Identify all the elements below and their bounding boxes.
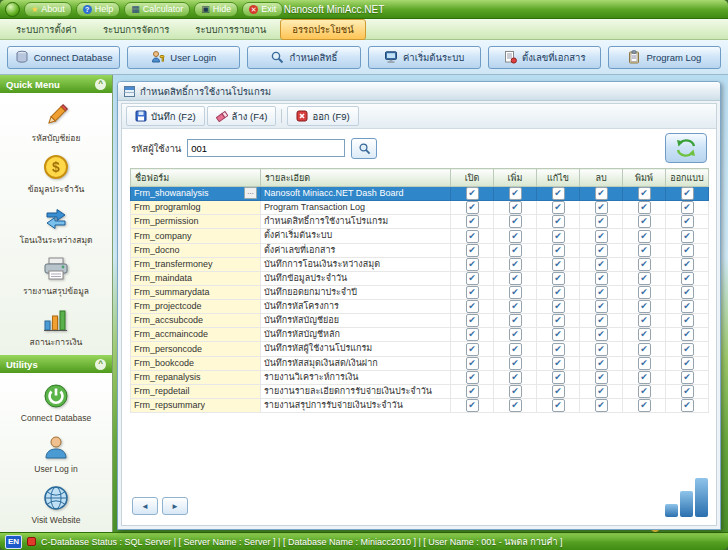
checkbox-ลบ[interactable]: ✔ bbox=[595, 244, 608, 257]
checkbox-พิมพ์[interactable]: ✔ bbox=[638, 215, 651, 228]
table-row[interactable]: Frm_bookcodeบันทึกรหัสสมุดเงินสด/เงินฝาก… bbox=[131, 356, 709, 370]
checkbox-ออกแบบ[interactable]: ✔ bbox=[681, 244, 694, 257]
table-row[interactable]: Frm_repanalysisรายงานวิเคราะห์การเงิน✔✔✔… bbox=[131, 370, 709, 384]
table-row[interactable]: Frm_summarydataบันทึกยอดยกมาประจำปี✔✔✔✔✔… bbox=[131, 285, 709, 299]
checkbox-แก้ไข[interactable]: ✔ bbox=[552, 215, 565, 228]
language-badge[interactable]: EN bbox=[5, 535, 22, 549]
toolbar-button-connect-database[interactable]: Connect Database bbox=[7, 46, 120, 69]
checkbox-ลบ[interactable]: ✔ bbox=[595, 201, 608, 214]
table-row[interactable]: Frm_permissionกำหนดสิทธิ์การใช้งานโปรแกร… bbox=[131, 215, 709, 229]
checkbox-เพิ่ม[interactable]: ✔ bbox=[509, 258, 522, 271]
menu-tab-ระบบการตั้งค่า[interactable]: ระบบการตั้งค่า bbox=[4, 19, 89, 40]
checkbox-เพิ่ม[interactable]: ✔ bbox=[509, 328, 522, 341]
checkbox-เพิ่ม[interactable]: ✔ bbox=[509, 399, 522, 412]
checkbox-ลบ[interactable]: ✔ bbox=[595, 399, 608, 412]
checkbox-ลบ[interactable]: ✔ bbox=[595, 272, 608, 285]
checkbox-ออกแบบ[interactable]: ✔ bbox=[681, 258, 694, 271]
checkbox-แก้ไข[interactable]: ✔ bbox=[552, 300, 565, 313]
checkbox-เปิด[interactable]: ✔ bbox=[466, 399, 479, 412]
toolbar-button-ตั้งเลขที่เอกสาร[interactable]: ตั้งเลขที่เอกสาร bbox=[488, 46, 601, 69]
checkbox-แก้ไข[interactable]: ✔ bbox=[552, 201, 565, 214]
titlebar-button-calculator[interactable]: ▦Calculator bbox=[124, 2, 190, 17]
checkbox-ลบ[interactable]: ✔ bbox=[595, 314, 608, 327]
checkbox-เพิ่ม[interactable]: ✔ bbox=[509, 244, 522, 257]
utility-item-user-log-in[interactable]: User Log in bbox=[34, 432, 77, 474]
checkbox-เปิด[interactable]: ✔ bbox=[466, 314, 479, 327]
table-row[interactable]: Frm_repsummaryรายงานสรุปการรับจ่ายเงินปร… bbox=[131, 398, 709, 412]
chevron-up-icon[interactable]: ^ bbox=[95, 79, 106, 90]
table-row[interactable]: Frm_programlogProgram Transaction Log✔✔✔… bbox=[131, 201, 709, 215]
checkbox-ออกแบบ[interactable]: ✔ bbox=[681, 215, 694, 228]
checkbox-ออกแบบ[interactable]: ✔ bbox=[681, 230, 694, 243]
checkbox-เพิ่ม[interactable]: ✔ bbox=[509, 357, 522, 370]
menu-tab-อรรถประโยชน์[interactable]: อรรถประโยชน์ bbox=[280, 19, 366, 40]
checkbox-แก้ไข[interactable]: ✔ bbox=[552, 371, 565, 384]
menu-tab-ระบบการรายงาน[interactable]: ระบบการรายงาน bbox=[183, 19, 278, 40]
table-row[interactable]: Frm_accmaincodeบันทึกรหัสบัญชีหลัก✔✔✔✔✔✔ bbox=[131, 328, 709, 342]
checkbox-เปิด[interactable]: ✔ bbox=[466, 258, 479, 271]
quick-menu-item-ข้อมูลประจำวัน[interactable]: $ข้อมูลประจำวัน bbox=[28, 152, 85, 194]
checkbox-ลบ[interactable]: ✔ bbox=[595, 343, 608, 356]
ellipsis-button[interactable]: … bbox=[244, 187, 257, 199]
toolbar-button-กำหนดสิทธิ์[interactable]: กำหนดสิทธิ์ bbox=[247, 46, 360, 69]
panel-button-ออก-f9[interactable]: ออก (F9) bbox=[287, 106, 358, 126]
checkbox-ออกแบบ[interactable]: ✔ bbox=[681, 272, 694, 285]
checkbox-ลบ[interactable]: ✔ bbox=[595, 258, 608, 271]
checkbox-พิมพ์[interactable]: ✔ bbox=[638, 244, 651, 257]
checkbox-เปิด[interactable]: ✔ bbox=[466, 187, 479, 200]
checkbox-เปิด[interactable]: ✔ bbox=[466, 244, 479, 257]
checkbox-ออกแบบ[interactable]: ✔ bbox=[681, 201, 694, 214]
checkbox-เพิ่ม[interactable]: ✔ bbox=[509, 300, 522, 313]
checkbox-เปิด[interactable]: ✔ bbox=[466, 371, 479, 384]
panel-button-บันทึก-f2[interactable]: บันทึก (F2) bbox=[126, 106, 205, 126]
quick-menu-item-สถานะการเงิน[interactable]: สถานะการเงิน bbox=[30, 305, 83, 347]
titlebar-button-about[interactable]: ★About bbox=[24, 2, 72, 17]
checkbox-พิมพ์[interactable]: ✔ bbox=[638, 272, 651, 285]
checkbox-เปิด[interactable]: ✔ bbox=[466, 215, 479, 228]
table-row[interactable]: Frm_companyตั้งค่าเริ่มต้นระบบ✔✔✔✔✔✔ bbox=[131, 229, 709, 243]
table-row[interactable]: Frm_accsubcodeบันทึกรหัสบัญชีย่อย✔✔✔✔✔✔ bbox=[131, 314, 709, 328]
checkbox-ออกแบบ[interactable]: ✔ bbox=[681, 187, 694, 200]
pager-next-button[interactable]: ► bbox=[162, 497, 188, 515]
titlebar-button-help[interactable]: ?Help bbox=[76, 2, 121, 17]
checkbox-แก้ไข[interactable]: ✔ bbox=[552, 328, 565, 341]
checkbox-พิมพ์[interactable]: ✔ bbox=[638, 343, 651, 356]
checkbox-ออกแบบ[interactable]: ✔ bbox=[681, 371, 694, 384]
checkbox-ออกแบบ[interactable]: ✔ bbox=[681, 357, 694, 370]
titlebar-button-hide[interactable]: ▣Hide bbox=[194, 2, 238, 17]
utility-item-connect-database[interactable]: Connect Database bbox=[21, 381, 91, 423]
utility-item-visit-website[interactable]: Visit Website bbox=[32, 483, 81, 525]
checkbox-แก้ไข[interactable]: ✔ bbox=[552, 357, 565, 370]
checkbox-เปิด[interactable]: ✔ bbox=[466, 300, 479, 313]
table-row[interactable]: Frm_projectcodeบันทึกรหัสโครงการ✔✔✔✔✔✔ bbox=[131, 300, 709, 314]
checkbox-ออกแบบ[interactable]: ✔ bbox=[681, 300, 694, 313]
checkbox-พิมพ์[interactable]: ✔ bbox=[638, 300, 651, 313]
checkbox-ลบ[interactable]: ✔ bbox=[595, 385, 608, 398]
table-row[interactable]: Frm_repdetailรายงานรายละเอียดการรับจ่ายเ… bbox=[131, 384, 709, 398]
checkbox-ลบ[interactable]: ✔ bbox=[595, 328, 608, 341]
search-button[interactable] bbox=[351, 138, 377, 159]
checkbox-ลบ[interactable]: ✔ bbox=[595, 300, 608, 313]
table-row[interactable]: Frm_personcodeบันทึกรหัสผู้ใช้งานโปรแกรม… bbox=[131, 342, 709, 356]
checkbox-เพิ่ม[interactable]: ✔ bbox=[509, 187, 522, 200]
checkbox-พิมพ์[interactable]: ✔ bbox=[638, 230, 651, 243]
checkbox-แก้ไข[interactable]: ✔ bbox=[552, 244, 565, 257]
checkbox-ออกแบบ[interactable]: ✔ bbox=[681, 328, 694, 341]
checkbox-พิมพ์[interactable]: ✔ bbox=[638, 399, 651, 412]
checkbox-แก้ไข[interactable]: ✔ bbox=[552, 343, 565, 356]
quick-menu-item-โอนเงินระหว่างสมุด[interactable]: โอนเงินระหว่างสมุด bbox=[19, 203, 92, 245]
checkbox-เปิด[interactable]: ✔ bbox=[466, 230, 479, 243]
checkbox-แก้ไข[interactable]: ✔ bbox=[552, 230, 565, 243]
checkbox-เพิ่ม[interactable]: ✔ bbox=[509, 286, 522, 299]
checkbox-ลบ[interactable]: ✔ bbox=[595, 357, 608, 370]
checkbox-เปิด[interactable]: ✔ bbox=[466, 385, 479, 398]
checkbox-เปิด[interactable]: ✔ bbox=[466, 357, 479, 370]
checkbox-เปิด[interactable]: ✔ bbox=[466, 328, 479, 341]
checkbox-พิมพ์[interactable]: ✔ bbox=[638, 201, 651, 214]
toolbar-button-ค่าเริ่มต้นระบบ[interactable]: ค่าเริ่มต้นระบบ bbox=[368, 46, 481, 69]
checkbox-พิมพ์[interactable]: ✔ bbox=[638, 258, 651, 271]
checkbox-แก้ไข[interactable]: ✔ bbox=[552, 385, 565, 398]
table-row[interactable]: Frm_transfermoneyบันทึกการโอนเงินระหว่าง… bbox=[131, 257, 709, 271]
checkbox-แก้ไข[interactable]: ✔ bbox=[552, 314, 565, 327]
checkbox-เพิ่ม[interactable]: ✔ bbox=[509, 385, 522, 398]
